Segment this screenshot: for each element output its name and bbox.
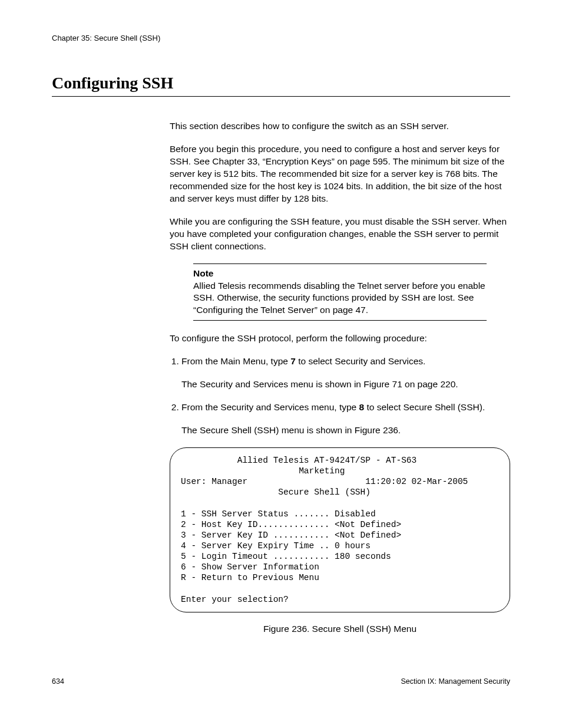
menu-opt-6: 6 - Show Server Information <box>181 562 319 572</box>
step-2-follow: The Secure Shell (SSH) menu is shown in … <box>181 424 510 437</box>
title-rule <box>52 96 510 97</box>
menu-line-1: Allied Telesis AT-9424T/SP - AT-S63 <box>181 456 416 465</box>
menu-opt-r: R - Return to Previous Menu <box>181 573 319 582</box>
menu-opt-1: 1 - SSH Server Status ....... Disabled <box>181 509 376 519</box>
body-column: This section describes how to configure … <box>170 120 510 635</box>
page-number: 634 <box>52 677 64 687</box>
paragraph-before: Before you begin this procedure, you nee… <box>170 143 510 205</box>
paragraph-while: While you are configuring the SSH featur… <box>170 216 510 253</box>
step-1-post: to select Security and Services. <box>296 356 426 366</box>
note-text: Allied Telesis recommends disabling the … <box>193 281 485 315</box>
chapter-header: Chapter 35: Secure Shell (SSH) <box>52 33 510 44</box>
procedure-steps: From the Main Menu, type 7 to select Sec… <box>170 355 510 437</box>
step-2-bold: 8 <box>359 402 365 412</box>
menu-prompt: Enter your selection? <box>181 595 289 604</box>
menu-opt-3: 3 - Server Key ID ........... <Not Defin… <box>181 531 401 540</box>
note-label: Note <box>193 268 213 278</box>
step-2-pre: From the Security and Services menu, typ… <box>181 402 359 412</box>
step-2: From the Security and Services menu, typ… <box>181 401 510 437</box>
procedure-intro: To configure the SSH protocol, perform t… <box>170 332 510 345</box>
menu-line-3: User: Manager 11:20:02 02-Mar-2005 <box>181 477 468 486</box>
ssh-menu-box: Allied Telesis AT-9424T/SP - AT-S63 Mark… <box>170 447 510 612</box>
step-1-bold: 7 <box>290 356 296 366</box>
step-1-pre: From the Main Menu, type <box>181 356 290 366</box>
step-1-follow: The Security and Services menu is shown … <box>181 378 510 391</box>
step-1: From the Main Menu, type 7 to select Sec… <box>181 355 510 391</box>
note-box: Note Allied Telesis recommends disabling… <box>193 263 487 321</box>
step-2-post: to select Secure Shell (SSH). <box>364 402 485 412</box>
figure-caption: Figure 236. Secure Shell (SSH) Menu <box>170 623 510 635</box>
menu-opt-4: 4 - Server Key Expiry Time .. 0 hours <box>181 541 371 551</box>
menu-opt-5: 5 - Login Timeout ........... 180 second… <box>181 552 391 561</box>
menu-opt-2: 2 - Host Key ID.............. <Not Defin… <box>181 520 401 529</box>
section-label: Section IX: Management Security <box>401 677 510 687</box>
menu-line-4: Secure Shell (SSH) <box>181 487 371 497</box>
paragraph-intro: This section describes how to configure … <box>170 120 510 133</box>
section-title: Configuring SSH <box>52 72 510 94</box>
menu-line-2: Marketing <box>181 466 345 476</box>
page-footer: 634 Section IX: Management Security <box>52 677 510 687</box>
